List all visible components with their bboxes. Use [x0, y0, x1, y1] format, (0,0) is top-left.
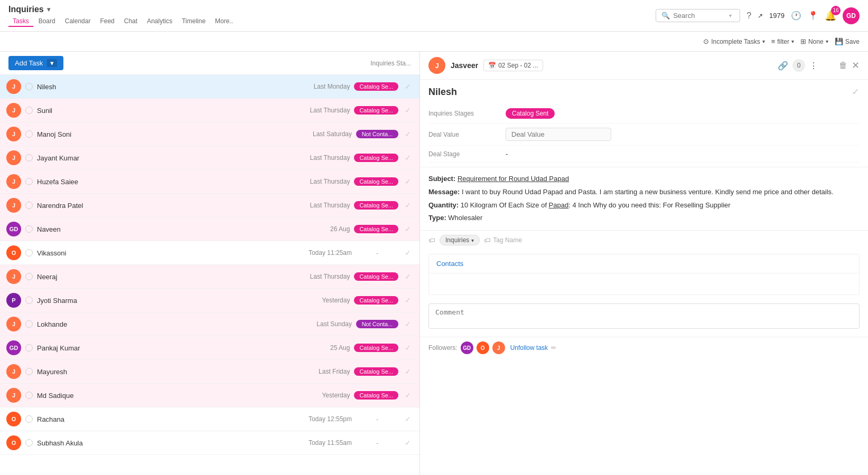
nav-tab-feed[interactable]: Feed	[96, 16, 118, 27]
edit-followers-icon[interactable]: ✏	[551, 344, 556, 352]
task-check-icon[interactable]: ✓	[403, 225, 413, 233]
task-checkbox[interactable]	[25, 415, 33, 423]
deal-value-input[interactable]	[506, 128, 611, 141]
group-icon: ⊞	[800, 37, 806, 45]
task-checkbox[interactable]	[25, 202, 33, 209]
task-avatar: J	[6, 364, 21, 379]
task-check-icon[interactable]: ✓	[403, 272, 413, 281]
task-avatar: O	[6, 435, 21, 450]
task-check-icon[interactable]: ✓	[403, 391, 413, 400]
task-check-icon[interactable]: ✓	[403, 344, 413, 352]
comment-input[interactable]	[428, 303, 860, 329]
task-row[interactable]: J Lokhande Last Sunday Not Conta... ✓	[0, 312, 419, 336]
task-row[interactable]: O Vikassoni Today 11:25am - ✓	[0, 241, 419, 265]
task-row[interactable]: J Md Sadique Yesterday Catalog Se... ✓	[0, 384, 419, 407]
location-icon[interactable]: 📍	[808, 11, 818, 21]
header-right: 🔍 ▾ ? ↗ 1979 🕐 📍 🔔 16 GD	[656, 7, 860, 24]
nav-tab-more[interactable]: More..	[211, 16, 237, 27]
search-box[interactable]: 🔍 ▾	[656, 9, 740, 22]
task-checkbox[interactable]	[25, 392, 33, 399]
task-row[interactable]: J Huzefa Saiee Last Thursday Catalog Se.…	[0, 170, 419, 194]
task-row[interactable]: J Sunil Last Thursday Catalog Se... ✓	[0, 99, 419, 122]
notification-bell[interactable]: 🔔 16	[825, 10, 836, 22]
nav-tab-chat[interactable]: Chat	[120, 16, 142, 27]
detail-date-range[interactable]: 📅 02 Sep - 02 ...	[483, 60, 543, 71]
task-check-icon[interactable]: ✓	[403, 249, 413, 257]
search-dropdown-icon[interactable]: ▾	[729, 13, 732, 18]
task-name: Naveen	[37, 225, 293, 233]
task-avatar: J	[6, 198, 21, 213]
task-row[interactable]: O Subhash Akula Today 11:55am - ✓	[0, 431, 419, 455]
task-checkbox[interactable]	[25, 107, 33, 114]
help-icon[interactable]: ?	[746, 11, 751, 21]
task-checkbox[interactable]	[25, 368, 33, 375]
delete-icon[interactable]: 🗑	[839, 61, 847, 70]
app-title-dropdown-icon[interactable]: ▾	[47, 6, 50, 13]
task-row[interactable]: J Mayuresh Last Friday Catalog Se... ✓	[0, 360, 419, 384]
none-control[interactable]: ⊞ None ▾	[800, 37, 828, 45]
more-options-icon[interactable]: ⋮	[809, 61, 818, 71]
task-row[interactable]: J Narendra Patel Last Thursday Catalog S…	[0, 194, 419, 217]
task-date: Last Sunday	[299, 320, 352, 328]
task-checkbox[interactable]	[25, 439, 33, 446]
task-checkbox[interactable]	[25, 154, 33, 162]
filter-dropdown-icon: ▾	[791, 39, 794, 44]
deal-value-field[interactable]	[506, 128, 860, 141]
task-row[interactable]: J Jayant Kumar Last Thursday Catalog Se.…	[0, 146, 419, 170]
subject-text-content: Requirement for Round Udad Papad	[458, 175, 569, 183]
task-check-icon[interactable]: ✓	[403, 82, 413, 91]
task-check-icon[interactable]: ✓	[403, 415, 413, 423]
task-check-icon[interactable]: ✓	[403, 177, 413, 186]
task-check-icon[interactable]: ✓	[403, 367, 413, 376]
nav-tab-analytics[interactable]: Analytics	[143, 16, 176, 27]
add-task-button[interactable]: Add Task ▾	[8, 56, 63, 70]
task-check-icon[interactable]: ✓	[403, 296, 413, 305]
attachment-icon[interactable]: 🔗	[778, 61, 788, 71]
user-avatar[interactable]: GD	[843, 7, 860, 24]
task-row[interactable]: J Manoj Soni Last Saturday Not Conta... …	[0, 122, 419, 146]
close-icon[interactable]: ✕	[852, 60, 860, 71]
tags-section: 🏷 Inquiries ▾ 🏷 Tag Name	[420, 230, 868, 250]
task-checkbox[interactable]	[25, 320, 33, 328]
clock-icon[interactable]: 🕐	[791, 11, 801, 21]
tag-add[interactable]: 🏷 Tag Name	[484, 236, 522, 244]
task-checkbox[interactable]	[25, 249, 33, 256]
tag-inquiries[interactable]: Inquiries ▾	[440, 235, 480, 245]
task-checkbox[interactable]	[25, 344, 33, 352]
nav-tab-board[interactable]: Board	[34, 16, 60, 27]
task-checkbox[interactable]	[25, 130, 33, 138]
task-row[interactable]: GD Pankaj Kumar 25 Aug Catalog Se... ✓	[0, 336, 419, 360]
incomplete-tasks-filter[interactable]: ⊙ Incomplete Tasks ▾	[703, 37, 765, 45]
nav-tab-calendar[interactable]: Calendar	[61, 16, 95, 27]
task-date: Last Thursday	[297, 273, 350, 280]
task-check-icon[interactable]: ✓	[403, 320, 413, 328]
task-row[interactable]: J Neeraj Last Thursday Catalog Se... ✓	[0, 265, 419, 289]
task-check-icon[interactable]: ✓	[403, 201, 413, 210]
task-checkbox[interactable]	[25, 225, 33, 233]
task-row[interactable]: GD Naveen 26 Aug Catalog Se... ✓	[0, 217, 419, 241]
filter-control[interactable]: ≡ filter ▾	[771, 37, 794, 45]
save-button[interactable]: 💾 Save	[835, 37, 860, 45]
task-checkbox[interactable]	[25, 273, 33, 280]
task-row[interactable]: P Jyoti Sharma Yesterday Catalog Se... ✓	[0, 289, 419, 312]
message-line: Message: I want to buy Round Udad Papad …	[428, 187, 860, 198]
nav-tab-tasks[interactable]: Tasks	[8, 16, 33, 27]
task-row[interactable]: O Rachana Today 12:55pm - ✓	[0, 407, 419, 431]
nav-tab-timeline[interactable]: Timeline	[178, 16, 210, 27]
unfollow-link[interactable]: Unfollow task	[510, 344, 548, 352]
task-check-icon[interactable]: ✓	[403, 154, 413, 162]
task-checkbox[interactable]	[25, 83, 33, 90]
task-check-icon[interactable]: ✓	[403, 439, 413, 447]
task-complete-check[interactable]: ✓	[852, 86, 860, 98]
incomplete-tasks-dropdown-icon: ▾	[762, 39, 765, 44]
search-input[interactable]	[673, 12, 726, 20]
task-date: Today 11:55am	[299, 439, 352, 446]
task-check-icon[interactable]: ✓	[403, 130, 413, 138]
task-checkbox[interactable]	[25, 297, 33, 304]
toolbar: ⊙ Incomplete Tasks ▾ ≡ filter ▾ ⊞ None ▾…	[0, 32, 868, 52]
inquiries-stages-row: Inquiries Stages Catalog Sent	[428, 104, 860, 124]
task-check-icon[interactable]: ✓	[403, 106, 413, 115]
add-task-dropdown-icon[interactable]: ▾	[47, 59, 57, 67]
task-checkbox[interactable]	[25, 178, 33, 185]
task-row[interactable]: J Nilesh Last Monday Catalog Se... ✓	[0, 75, 419, 99]
